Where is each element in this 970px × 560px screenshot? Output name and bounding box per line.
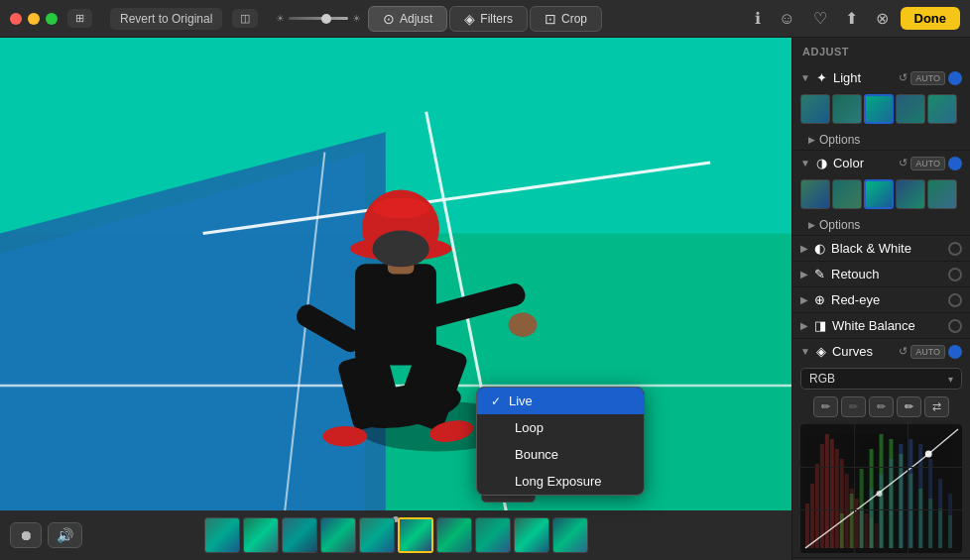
film-thumb-9[interactable] <box>514 517 549 553</box>
color-auto-badge[interactable]: AUTO <box>910 157 945 170</box>
color-reset-icon[interactable]: ↺ <box>899 157 908 169</box>
color-preset-1[interactable] <box>800 179 830 209</box>
record-button[interactable]: ⏺ <box>10 522 42 548</box>
curves-reset-icon[interactable]: ↺ <box>899 345 908 358</box>
info-button[interactable]: ℹ <box>749 6 767 31</box>
filters-button[interactable]: ◈ Filters <box>449 6 528 32</box>
dropdown-loop-label: Loop <box>515 420 544 435</box>
rgb-selector[interactable]: RGB ▾ <box>800 368 962 390</box>
grid-h-2 <box>800 509 962 510</box>
light-preset-4[interactable] <box>896 94 925 124</box>
svg-rect-60 <box>948 494 952 548</box>
light-auto-badge[interactable]: AUTO <box>910 71 945 85</box>
options-button[interactable]: ⊗ <box>870 6 895 31</box>
film-thumb-1[interactable] <box>204 517 240 553</box>
filters-icon: ◈ <box>464 11 475 27</box>
svg-rect-51 <box>860 508 864 548</box>
color-section-header[interactable]: ▼ ◑ Color ↺ AUTO <box>792 151 970 175</box>
svg-point-62 <box>877 491 883 497</box>
dropdown-live-label: Live <box>509 393 533 408</box>
curves-header[interactable]: ▼ ◈ Curves ↺ AUTO <box>792 339 970 364</box>
black-white-header[interactable]: ▶ ◐ Black & White <box>792 236 970 261</box>
maximize-button[interactable] <box>46 13 58 25</box>
compare-button[interactable]: ◫ <box>232 9 258 28</box>
white-balance-header[interactable]: ▶ ◨ White Balance <box>792 313 970 338</box>
curve-tool-swap[interactable]: ⇄ <box>924 396 949 417</box>
crop-button[interactable]: ⊡ Crop <box>530 6 602 32</box>
check-icon: ✓ <box>491 394 501 408</box>
color-options[interactable]: ▶ Options <box>792 215 970 235</box>
color-preset-2[interactable] <box>832 179 862 209</box>
light-preset-1[interactable] <box>800 94 830 124</box>
minimize-button[interactable] <box>28 13 40 25</box>
svg-rect-58 <box>928 459 932 548</box>
light-preset-5[interactable] <box>927 94 957 124</box>
red-eye-title: Red-eye <box>831 292 944 307</box>
face-button[interactable]: ☺ <box>773 7 800 31</box>
film-thumb-7[interactable] <box>436 517 472 553</box>
audio-button[interactable]: 🔊 <box>48 522 82 548</box>
curves-toggle[interactable] <box>948 345 962 359</box>
heart-button[interactable]: ♡ <box>807 6 833 31</box>
curve-tool-pencil[interactable]: ✏ <box>813 396 838 417</box>
red-eye-header[interactable]: ▶ ⊕ Red-eye <box>792 287 970 312</box>
light-toggle[interactable] <box>948 71 962 85</box>
retouch-toggle[interactable] <box>948 268 962 281</box>
redeye-icon: ⊕ <box>814 292 825 307</box>
main-layout: ⏺ 🔊 ✓ Live Loop <box>0 38 970 560</box>
svg-point-13 <box>322 426 367 446</box>
brightness-slider[interactable] <box>289 17 348 20</box>
wb-toggle[interactable] <box>948 319 962 333</box>
film-thumb-2[interactable] <box>243 517 279 553</box>
svg-rect-55 <box>899 444 903 548</box>
curves-arrow-icon: ▼ <box>800 346 810 357</box>
film-thumb-10[interactable] <box>552 517 588 553</box>
color-toggle[interactable] <box>948 157 962 170</box>
adjust-button[interactable]: ⊙ Adjust <box>368 6 447 32</box>
light-preview-strip <box>792 90 970 130</box>
done-button[interactable]: Done <box>901 7 961 30</box>
bw-toggle[interactable] <box>948 242 962 256</box>
light-reset-icon[interactable]: ↺ <box>899 71 908 84</box>
film-thumb-4[interactable] <box>320 517 356 553</box>
curves-auto-badge[interactable]: AUTO <box>910 345 945 359</box>
curves-icon: ◈ <box>816 344 826 359</box>
color-preset-4[interactable] <box>896 179 925 209</box>
redeye-toggle[interactable] <box>948 293 962 307</box>
wb-icon: ◨ <box>814 318 826 333</box>
curve-tool-eyedropper-black[interactable]: ✏ <box>841 396 866 417</box>
svg-rect-32 <box>845 474 849 548</box>
film-thumb-6[interactable] <box>398 517 433 553</box>
color-actions: ↺ AUTO <box>899 157 962 170</box>
svg-rect-30 <box>835 449 839 548</box>
color-preset-5[interactable] <box>927 179 957 209</box>
curve-tool-eyedropper-mid[interactable]: ✏ <box>869 396 894 417</box>
film-thumb-8[interactable] <box>475 517 511 553</box>
color-options-arrow-icon: ▶ <box>808 220 815 230</box>
retouch-header[interactable]: ▶ ✎ Retouch <box>792 262 970 286</box>
nav-buttons: ⊙ Adjust ◈ Filters ⊡ Crop <box>368 6 602 32</box>
crop-icon: ⊡ <box>545 11 556 27</box>
light-icon: ✦ <box>816 70 827 85</box>
film-thumb-5[interactable] <box>359 517 395 553</box>
light-options[interactable]: ▶ Options <box>792 130 970 150</box>
dropdown-item-long-exposure[interactable]: Long Exposure <box>477 468 644 495</box>
color-section: ▼ ◑ Color ↺ AUTO ▶ Options <box>792 151 970 236</box>
grid-v-2 <box>908 424 909 553</box>
filmstrip: ⏺ 🔊 <box>0 510 791 560</box>
film-thumb-3[interactable] <box>282 517 317 553</box>
light-section-header[interactable]: ▼ ✦ Light ↺ AUTO <box>792 65 970 90</box>
color-preset-3[interactable] <box>864 179 894 209</box>
share-button[interactable]: ⬆ <box>839 6 864 31</box>
dropdown-item-live[interactable]: ✓ Live <box>477 388 644 414</box>
curve-tool-eyedropper-white[interactable]: ✏ <box>897 396 921 417</box>
window-mode-button[interactable]: ⊞ <box>67 9 92 28</box>
dropdown-item-loop[interactable]: Loop <box>477 414 644 441</box>
light-preset-2[interactable] <box>832 94 862 124</box>
light-preset-3[interactable] <box>864 94 894 124</box>
revert-button[interactable]: Revert to Original <box>110 8 222 30</box>
close-button[interactable] <box>10 13 22 25</box>
bw-icon: ◐ <box>814 241 825 256</box>
svg-point-23 <box>372 231 428 268</box>
dropdown-item-bounce[interactable]: Bounce <box>477 441 644 468</box>
